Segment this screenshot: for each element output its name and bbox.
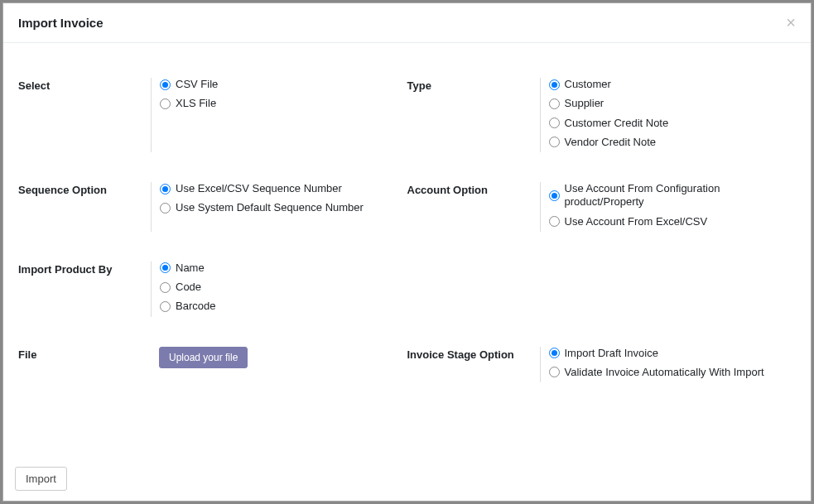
stage-label: Invoice Stage Option: [407, 347, 540, 383]
radio-supplier-label: Supplier: [565, 97, 604, 110]
productby-label: Import Product By: [18, 262, 151, 317]
radio-vcn-label: Vendor Credit Note: [565, 136, 657, 149]
radio-by-barcode-label: Barcode: [176, 300, 215, 313]
radio-account-excel[interactable]: Use Account From Excel/CSV: [549, 215, 797, 228]
radio-customer[interactable]: Customer: [549, 78, 797, 91]
radio-csv-label: CSV File: [176, 78, 218, 91]
radio-icon: [549, 98, 560, 109]
radio-account-config-label: Use Account From Configuration product/P…: [565, 182, 797, 209]
account-label: Account Option: [407, 182, 540, 232]
import-invoice-modal: Import Invoice × Select CSV File XLS Fil…: [2, 2, 812, 502]
select-options: CSV File XLS File: [151, 78, 407, 152]
import-button[interactable]: Import: [15, 467, 67, 491]
radio-icon: [160, 98, 171, 109]
radio-by-barcode[interactable]: Barcode: [160, 300, 407, 313]
radio-customer-credit-note[interactable]: Customer Credit Note: [549, 117, 797, 130]
radio-icon: [549, 216, 560, 227]
stage-options: Import Draft Invoice Validate Invoice Au…: [540, 347, 797, 383]
radio-icon: [549, 190, 560, 201]
row-file-stage: File Upload your file Invoice Stage Opti…: [18, 347, 796, 383]
radio-icon: [160, 184, 171, 194]
productby-options: Name Code Barcode: [151, 262, 407, 317]
radio-xls-label: XLS File: [176, 97, 216, 110]
file-label: File: [18, 347, 151, 383]
radio-by-code-label: Code: [176, 281, 201, 294]
file-cell: Upload your file: [151, 347, 407, 383]
modal-header: Import Invoice ×: [3, 3, 811, 43]
modal-footer: Import: [3, 458, 811, 501]
radio-supplier[interactable]: Supplier: [549, 97, 797, 110]
radio-icon: [160, 262, 171, 273]
radio-excel-seq-label: Use Excel/CSV Sequence Number: [176, 182, 342, 195]
radio-system-sequence[interactable]: Use System Default Sequence Number: [160, 201, 407, 214]
row-product-by: Import Product By Name Code Barcode: [18, 262, 796, 317]
sequence-options: Use Excel/CSV Sequence Number Use System…: [151, 182, 407, 232]
sequence-label: Sequence Option: [18, 182, 151, 232]
radio-draft-invoice[interactable]: Import Draft Invoice: [549, 347, 797, 360]
account-options: Use Account From Configuration product/P…: [540, 182, 797, 232]
radio-icon: [160, 203, 171, 214]
radio-by-name-label: Name: [176, 262, 205, 275]
radio-by-name[interactable]: Name: [160, 262, 407, 275]
radio-icon: [549, 367, 560, 377]
radio-icon: [549, 137, 560, 147]
upload-file-button[interactable]: Upload your file: [159, 347, 248, 369]
type-options: Customer Supplier Customer Credit Note V…: [540, 78, 797, 152]
radio-draft-label: Import Draft Invoice: [565, 347, 658, 360]
radio-icon: [160, 301, 171, 312]
radio-csv-file[interactable]: CSV File: [160, 78, 407, 91]
radio-account-config[interactable]: Use Account From Configuration product/P…: [549, 182, 797, 209]
radio-ccn-label: Customer Credit Note: [565, 117, 669, 130]
radio-xls-file[interactable]: XLS File: [160, 97, 407, 110]
radio-icon: [160, 282, 171, 293]
type-label: Type: [407, 78, 540, 152]
radio-excel-sequence[interactable]: Use Excel/CSV Sequence Number: [160, 182, 407, 195]
modal-title: Import Invoice: [18, 16, 104, 30]
radio-by-code[interactable]: Code: [160, 281, 407, 294]
radio-icon: [549, 348, 560, 358]
radio-icon: [549, 79, 560, 90]
modal-body: Select CSV File XLS File Type: [3, 43, 811, 458]
radio-validate-invoice[interactable]: Validate Invoice Automatically With Impo…: [549, 366, 797, 379]
radio-customer-label: Customer: [565, 78, 611, 91]
row-sequence-account: Sequence Option Use Excel/CSV Sequence N…: [18, 182, 796, 232]
radio-account-excel-label: Use Account From Excel/CSV: [565, 215, 708, 228]
radio-icon: [160, 79, 171, 90]
radio-vendor-credit-note[interactable]: Vendor Credit Note: [549, 136, 797, 149]
select-label: Select: [18, 78, 151, 152]
radio-system-seq-label: Use System Default Sequence Number: [176, 201, 364, 214]
radio-icon: [549, 118, 560, 128]
close-icon[interactable]: ×: [786, 14, 796, 31]
row-select-type: Select CSV File XLS File Type: [18, 78, 796, 152]
radio-validate-label: Validate Invoice Automatically With Impo…: [565, 366, 764, 379]
